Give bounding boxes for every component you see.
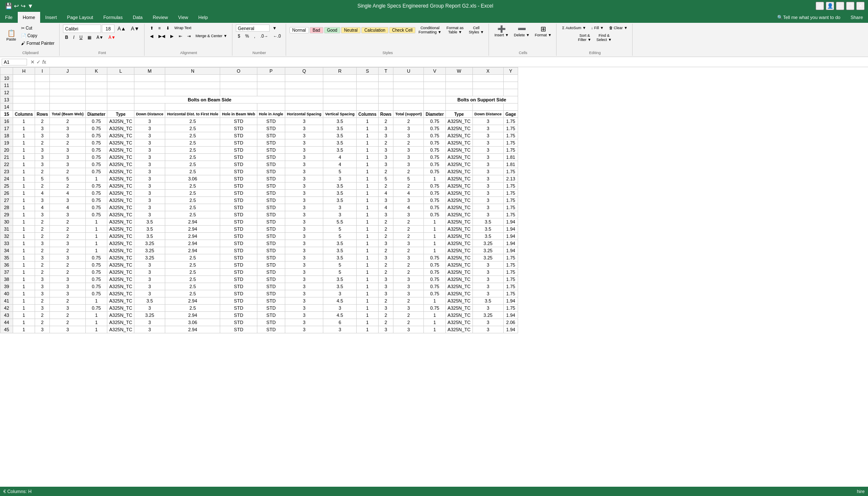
table-cell[interactable]: A325N_TC [446,262,472,269]
table-cell[interactable]: 0.75 [424,139,446,147]
table-cell[interactable]: 3 [35,211,50,218]
table-cell[interactable]: 4.5 [323,297,357,305]
table-cell[interactable]: 1 [13,118,35,125]
table-cell[interactable]: 3 [285,297,323,305]
table-cell[interactable]: 3 [472,269,504,276]
table-cell[interactable]: 3.5 [323,247,357,254]
table-cell[interactable]: 3 [378,326,393,333]
table-cell[interactable]: 3.5 [472,226,504,233]
table-cell[interactable]: 1 [85,233,107,240]
table-cell[interactable]: 1 [13,276,35,283]
table-cell[interactable]: 2.5 [165,154,220,161]
row-num-12[interactable]: 12 [0,89,13,96]
table-cell[interactable]: A325N_TC [107,132,134,139]
insert-function-icon[interactable]: fx [42,59,46,65]
table-cell[interactable]: 1 [13,175,35,183]
table-cell[interactable]: 3 [378,290,393,297]
table-cell[interactable]: 3 [472,125,504,132]
table-cell[interactable]: 0.75 [85,118,107,125]
table-cell[interactable]: A325N_TC [107,125,134,132]
table-cell[interactable]: 3 [472,175,504,183]
table-cell[interactable]: 3 [285,269,323,276]
table-cell[interactable]: 3 [378,254,393,262]
table-cell[interactable]: 1 [356,125,378,132]
col-S[interactable]: S [356,68,378,75]
table-cell[interactable]: 1 [356,147,378,154]
table-cell[interactable]: 1 [424,326,446,333]
table-cell[interactable]: STD [220,326,257,333]
table-cell[interactable]: 3 [472,290,504,297]
table-cell[interactable]: 3 [472,168,504,175]
table-cell[interactable]: 3 [472,326,504,333]
table-cell[interactable]: 2 [35,183,50,190]
table-cell[interactable]: 0.75 [424,132,446,139]
table-cell[interactable]: 3 [472,132,504,139]
decimal-increase-button[interactable]: .0→ [258,33,270,40]
table-cell[interactable]: 3.5 [323,283,357,290]
table-cell[interactable]: STD [257,297,285,305]
table-cell[interactable]: A325N_TC [446,190,472,197]
table-cell[interactable]: A325N_TC [446,254,472,262]
col-T[interactable]: T [378,68,393,75]
table-cell[interactable]: A325N_TC [107,118,134,125]
table-cell[interactable]: 2 [393,297,424,305]
table-cell[interactable]: 2.5 [165,305,220,312]
table-cell[interactable]: 1 [13,269,35,276]
table-cell[interactable]: 1 [13,132,35,139]
table-cell[interactable]: STD [220,197,257,204]
col-L[interactable]: L [107,68,134,75]
row-num-16[interactable]: 16 [0,118,13,125]
row-num-20[interactable]: 20 [0,147,13,154]
row-num-38[interactable]: 38 [0,276,13,283]
table-cell[interactable]: 2.5 [165,139,220,147]
table-cell[interactable]: 0.75 [424,283,446,290]
indent-decrease-button[interactable]: ⇤ [177,33,184,40]
font-size-input[interactable] [102,25,115,33]
table-cell[interactable]: 0.75 [85,139,107,147]
table-cell[interactable]: 0.75 [85,283,107,290]
table-cell[interactable]: STD [257,168,285,175]
row-num-31[interactable]: 31 [0,226,13,233]
style-bad-button[interactable]: Bad [310,27,323,33]
table-cell[interactable]: 3.25 [472,240,504,247]
table-cell[interactable]: A325N_TC [107,183,134,190]
table-cell[interactable]: 2.5 [165,168,220,175]
table-cell[interactable]: 2.94 [165,312,220,319]
table-cell[interactable]: 1.75 [504,147,518,154]
table-cell[interactable]: 3 [378,125,393,132]
row-num-45[interactable]: 45 [0,326,13,333]
col-V[interactable]: V [424,68,446,75]
table-cell[interactable]: A325N_TC [107,218,134,226]
table-cell[interactable]: 3.5 [323,254,357,262]
table-cell[interactable]: 1.75 [504,139,518,147]
table-cell[interactable]: 5 [393,175,424,183]
row-num-24[interactable]: 24 [0,175,13,183]
table-cell[interactable]: 1 [13,197,35,204]
autosum-button[interactable]: Σ AutoSum ▼ [560,25,588,31]
col-R[interactable]: R [323,68,357,75]
table-cell[interactable]: 2.5 [165,262,220,269]
table-cell[interactable]: 5 [323,262,357,269]
table-cell[interactable]: A325N_TC [446,154,472,161]
table-cell[interactable]: STD [220,139,257,147]
table-cell[interactable]: 1 [356,326,378,333]
number-format-dropdown[interactable]: ▼ [270,25,279,32]
tab-review[interactable]: Review [147,12,173,23]
table-cell[interactable]: 2 [393,226,424,233]
table-cell[interactable]: 1 [356,197,378,204]
close-button[interactable]: ✕ [856,2,865,10]
table-cell[interactable]: 0.75 [424,305,446,312]
table-cell[interactable]: 1.75 [504,183,518,190]
table-cell[interactable]: STD [220,190,257,197]
table-cell[interactable]: 1 [356,312,378,319]
row-num-11[interactable]: 11 [0,82,13,89]
table-cell[interactable]: 1.81 [504,161,518,168]
table-cell[interactable]: 0.75 [424,204,446,211]
table-cell[interactable]: A325N_TC [446,161,472,168]
table-cell[interactable]: 1 [13,240,35,247]
table-cell[interactable]: STD [257,139,285,147]
table-cell[interactable]: 3 [472,147,504,154]
table-cell[interactable]: 0.75 [85,262,107,269]
col-N[interactable]: N [165,68,220,75]
table-cell[interactable]: STD [220,161,257,168]
